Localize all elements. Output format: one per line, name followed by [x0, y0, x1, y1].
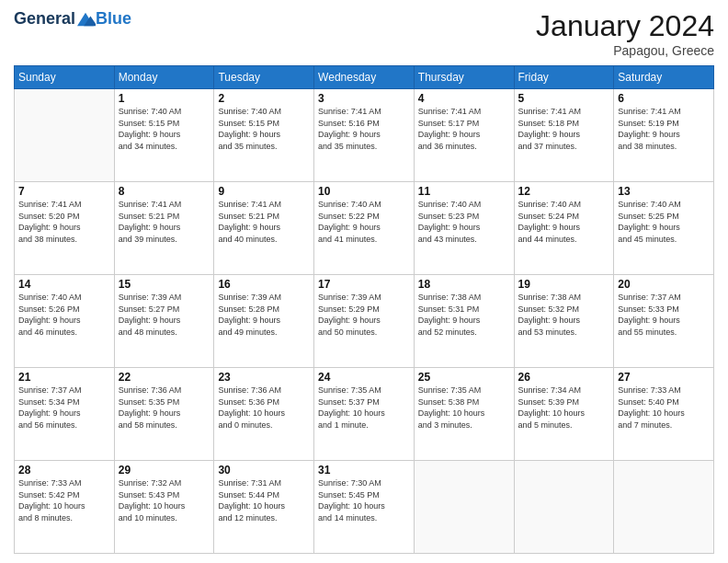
- day-info: Sunrise: 7:39 AM Sunset: 5:29 PM Dayligh…: [318, 292, 410, 338]
- day-number: 7: [18, 185, 110, 198]
- day-number: 12: [518, 185, 610, 198]
- day-info: Sunrise: 7:35 AM Sunset: 5:37 PM Dayligh…: [318, 385, 410, 431]
- day-number: 9: [218, 185, 310, 198]
- header: GeneralBlue January 2024 Papagou, Greece: [14, 9, 714, 58]
- day-number: 5: [518, 92, 610, 105]
- day-info: Sunrise: 7:40 AM Sunset: 5:25 PM Dayligh…: [618, 199, 710, 245]
- day-info: Sunrise: 7:34 AM Sunset: 5:39 PM Dayligh…: [518, 385, 610, 431]
- calendar-cell: 18Sunrise: 7:38 AM Sunset: 5:31 PM Dayli…: [414, 275, 514, 368]
- day-number: 28: [18, 464, 110, 477]
- weekday-sunday: Sunday: [15, 66, 115, 89]
- day-number: 18: [418, 278, 510, 291]
- week-row-3: 21Sunrise: 7:37 AM Sunset: 5:34 PM Dayli…: [15, 368, 714, 461]
- day-number: 22: [119, 371, 210, 384]
- day-number: 2: [218, 92, 310, 105]
- day-info: Sunrise: 7:41 AM Sunset: 5:16 PM Dayligh…: [318, 106, 410, 152]
- day-info: Sunrise: 7:41 AM Sunset: 5:19 PM Dayligh…: [618, 106, 710, 152]
- day-info: Sunrise: 7:41 AM Sunset: 5:18 PM Dayligh…: [518, 106, 610, 152]
- calendar-cell: 20Sunrise: 7:37 AM Sunset: 5:33 PM Dayli…: [614, 275, 714, 368]
- weekday-monday: Monday: [114, 66, 214, 89]
- calendar-cell: 29Sunrise: 7:32 AM Sunset: 5:43 PM Dayli…: [114, 461, 214, 554]
- day-number: 29: [119, 464, 210, 477]
- calendar-cell: [614, 461, 714, 554]
- calendar-cell: 10Sunrise: 7:40 AM Sunset: 5:22 PM Dayli…: [314, 182, 415, 275]
- calendar-cell: [15, 89, 115, 182]
- week-row-4: 28Sunrise: 7:33 AM Sunset: 5:42 PM Dayli…: [15, 461, 714, 554]
- day-info: Sunrise: 7:37 AM Sunset: 5:33 PM Dayligh…: [618, 292, 710, 338]
- day-info: Sunrise: 7:40 AM Sunset: 5:24 PM Dayligh…: [518, 199, 610, 245]
- calendar-cell: 31Sunrise: 7:30 AM Sunset: 5:45 PM Dayli…: [314, 461, 415, 554]
- day-number: 23: [218, 371, 310, 384]
- logo-blue: Blue: [96, 9, 131, 28]
- calendar-cell: 16Sunrise: 7:39 AM Sunset: 5:28 PM Dayli…: [214, 275, 314, 368]
- day-info: Sunrise: 7:41 AM Sunset: 5:17 PM Dayligh…: [418, 106, 510, 152]
- day-number: 31: [318, 464, 410, 477]
- day-number: 20: [618, 278, 710, 291]
- day-info: Sunrise: 7:39 AM Sunset: 5:27 PM Dayligh…: [119, 292, 210, 338]
- weekday-saturday: Saturday: [614, 66, 714, 89]
- calendar-cell: 11Sunrise: 7:40 AM Sunset: 5:23 PM Dayli…: [414, 182, 514, 275]
- calendar-cell: 25Sunrise: 7:35 AM Sunset: 5:38 PM Dayli…: [414, 368, 514, 461]
- day-info: Sunrise: 7:41 AM Sunset: 5:21 PM Dayligh…: [119, 199, 210, 245]
- calendar-cell: 24Sunrise: 7:35 AM Sunset: 5:37 PM Dayli…: [314, 368, 415, 461]
- page: GeneralBlue January 2024 Papagou, Greece…: [0, 0, 728, 563]
- calendar-cell: 2Sunrise: 7:40 AM Sunset: 5:15 PM Daylig…: [214, 89, 314, 182]
- day-info: Sunrise: 7:30 AM Sunset: 5:45 PM Dayligh…: [318, 477, 410, 523]
- day-number: 6: [618, 92, 710, 105]
- calendar-body: 1Sunrise: 7:40 AM Sunset: 5:15 PM Daylig…: [15, 89, 714, 554]
- day-info: Sunrise: 7:36 AM Sunset: 5:35 PM Dayligh…: [119, 385, 210, 431]
- day-info: Sunrise: 7:40 AM Sunset: 5:22 PM Dayligh…: [318, 199, 410, 245]
- day-info: Sunrise: 7:39 AM Sunset: 5:28 PM Dayligh…: [218, 292, 310, 338]
- day-number: 11: [418, 185, 510, 198]
- day-number: 25: [418, 371, 510, 384]
- day-info: Sunrise: 7:41 AM Sunset: 5:21 PM Dayligh…: [218, 199, 310, 245]
- day-number: 24: [318, 371, 410, 384]
- calendar-cell: 22Sunrise: 7:36 AM Sunset: 5:35 PM Dayli…: [114, 368, 214, 461]
- week-row-2: 14Sunrise: 7:40 AM Sunset: 5:26 PM Dayli…: [15, 275, 714, 368]
- calendar-cell: [514, 461, 614, 554]
- day-number: 14: [18, 278, 110, 291]
- calendar-cell: 7Sunrise: 7:41 AM Sunset: 5:20 PM Daylig…: [15, 182, 115, 275]
- calendar-cell: 30Sunrise: 7:31 AM Sunset: 5:44 PM Dayli…: [214, 461, 314, 554]
- logo-general: General: [14, 9, 75, 29]
- day-info: Sunrise: 7:40 AM Sunset: 5:26 PM Dayligh…: [18, 292, 110, 338]
- week-row-1: 7Sunrise: 7:41 AM Sunset: 5:20 PM Daylig…: [15, 182, 714, 275]
- logo-triangle-icon: [75, 11, 96, 28]
- logo: GeneralBlue: [14, 9, 131, 29]
- day-info: Sunrise: 7:35 AM Sunset: 5:38 PM Dayligh…: [418, 385, 510, 431]
- weekday-thursday: Thursday: [414, 66, 514, 89]
- calendar-cell: 19Sunrise: 7:38 AM Sunset: 5:32 PM Dayli…: [514, 275, 614, 368]
- calendar-cell: 4Sunrise: 7:41 AM Sunset: 5:17 PM Daylig…: [414, 89, 514, 182]
- day-number: 19: [518, 278, 610, 291]
- day-number: 26: [518, 371, 610, 384]
- day-number: 8: [119, 185, 210, 198]
- calendar-cell: 1Sunrise: 7:40 AM Sunset: 5:15 PM Daylig…: [114, 89, 214, 182]
- calendar-cell: 14Sunrise: 7:40 AM Sunset: 5:26 PM Dayli…: [15, 275, 115, 368]
- calendar-cell: 8Sunrise: 7:41 AM Sunset: 5:21 PM Daylig…: [114, 182, 214, 275]
- calendar-cell: 5Sunrise: 7:41 AM Sunset: 5:18 PM Daylig…: [514, 89, 614, 182]
- day-number: 1: [119, 92, 210, 105]
- logo-text: GeneralBlue: [14, 9, 131, 29]
- title-block: January 2024 Papagou, Greece: [536, 9, 714, 58]
- day-info: Sunrise: 7:31 AM Sunset: 5:44 PM Dayligh…: [218, 477, 310, 523]
- day-info: Sunrise: 7:33 AM Sunset: 5:42 PM Dayligh…: [18, 477, 110, 523]
- calendar-cell: 26Sunrise: 7:34 AM Sunset: 5:39 PM Dayli…: [514, 368, 614, 461]
- day-number: 3: [318, 92, 410, 105]
- day-info: Sunrise: 7:38 AM Sunset: 5:32 PM Dayligh…: [518, 292, 610, 338]
- calendar-cell: 13Sunrise: 7:40 AM Sunset: 5:25 PM Dayli…: [614, 182, 714, 275]
- day-number: 10: [318, 185, 410, 198]
- day-info: Sunrise: 7:40 AM Sunset: 5:23 PM Dayligh…: [418, 199, 510, 245]
- day-number: 4: [418, 92, 510, 105]
- weekday-wednesday: Wednesday: [314, 66, 415, 89]
- day-number: 13: [618, 185, 710, 198]
- day-info: Sunrise: 7:32 AM Sunset: 5:43 PM Dayligh…: [119, 477, 210, 523]
- calendar-cell: 6Sunrise: 7:41 AM Sunset: 5:19 PM Daylig…: [614, 89, 714, 182]
- calendar: SundayMondayTuesdayWednesdayThursdayFrid…: [14, 65, 714, 554]
- day-number: 17: [318, 278, 410, 291]
- calendar-cell: 15Sunrise: 7:39 AM Sunset: 5:27 PM Dayli…: [114, 275, 214, 368]
- day-info: Sunrise: 7:36 AM Sunset: 5:36 PM Dayligh…: [218, 385, 310, 431]
- day-number: 30: [218, 464, 310, 477]
- weekday-header: SundayMondayTuesdayWednesdayThursdayFrid…: [15, 66, 714, 89]
- day-info: Sunrise: 7:40 AM Sunset: 5:15 PM Dayligh…: [119, 106, 210, 152]
- day-info: Sunrise: 7:33 AM Sunset: 5:40 PM Dayligh…: [618, 385, 710, 431]
